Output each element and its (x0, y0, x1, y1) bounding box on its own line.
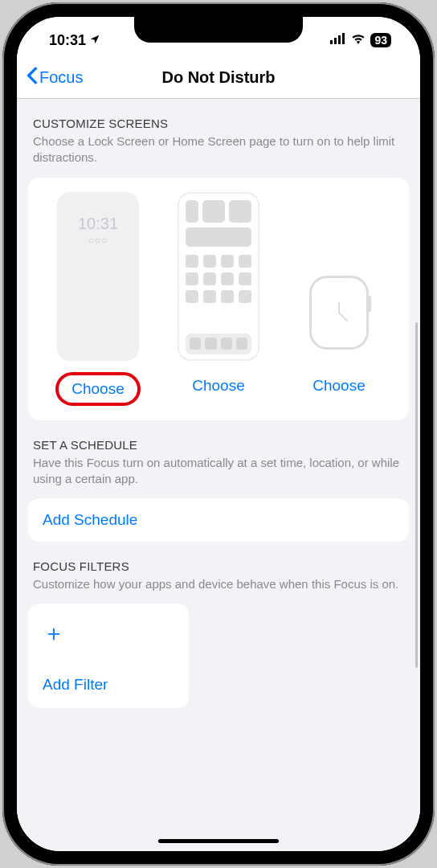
svg-rect-2 (338, 35, 341, 44)
lock-screen-preview[interactable]: 10:31 ○○○ (57, 192, 139, 361)
filters-title: FOCUS FILTERS (33, 559, 404, 573)
filters-header: FOCUS FILTERS Customize how your apps an… (17, 542, 420, 596)
nav-bar: Focus Do Not Disturb (17, 57, 420, 99)
home-indicator[interactable] (158, 839, 279, 843)
choose-lock-button[interactable]: Choose (55, 372, 141, 406)
svg-rect-0 (330, 40, 333, 44)
lock-preview-dots: ○○○ (88, 235, 108, 246)
watch-hands-icon (323, 297, 355, 329)
lock-screen-choice: 10:31 ○○○ Choose (43, 192, 153, 406)
chevron-left-icon (27, 67, 38, 88)
content-scroll[interactable]: CUSTOMIZE SCREENS Choose a Lock Screen o… (17, 99, 420, 851)
choose-watch-button[interactable]: Choose (300, 372, 378, 399)
watch-preview[interactable] (298, 264, 380, 361)
schedule-title: SET A SCHEDULE (33, 438, 404, 452)
back-button[interactable]: Focus (27, 67, 83, 88)
lock-preview-time: 10:31 (78, 215, 118, 233)
status-time-area: 10:31 (39, 32, 100, 49)
notch (134, 17, 303, 43)
customize-screens-card: 10:31 ○○○ Choose (28, 178, 409, 420)
cellular-icon (330, 33, 346, 47)
choose-home-button[interactable]: Choose (179, 372, 258, 399)
schedule-header: SET A SCHEDULE Have this Focus turn on a… (17, 420, 420, 491)
plus-icon: ＋ (43, 618, 174, 649)
filters-desc: Customize how your apps and device behav… (33, 576, 404, 592)
location-icon (89, 32, 100, 49)
battery-badge: 93 (370, 33, 391, 47)
status-time: 10:31 (49, 32, 86, 49)
back-label: Focus (39, 68, 83, 87)
schedule-desc: Have this Focus turn on automatically at… (33, 455, 404, 488)
customize-header: CUSTOMIZE SCREENS Choose a Lock Screen o… (17, 99, 420, 170)
watch-choice: Choose (284, 192, 394, 406)
scroll-indicator[interactable] (415, 322, 418, 668)
home-screen-preview[interactable] (178, 192, 259, 361)
screen: 10:31 93 Focus D (17, 17, 420, 851)
status-right: 93 (330, 33, 398, 47)
add-filter-label: Add Filter (43, 676, 174, 694)
svg-rect-3 (342, 33, 345, 44)
svg-rect-1 (334, 38, 337, 44)
phone-frame: 10:31 93 Focus D (2, 2, 435, 866)
svg-line-5 (339, 313, 347, 321)
add-schedule-button[interactable]: Add Schedule (28, 498, 409, 542)
customize-title: CUSTOMIZE SCREENS (33, 117, 404, 130)
add-filter-card[interactable]: ＋ Add Filter (28, 604, 189, 708)
home-screen-choice: Choose (163, 192, 274, 406)
customize-desc: Choose a Lock Screen or Home Screen page… (33, 133, 404, 166)
wifi-icon (351, 33, 366, 47)
